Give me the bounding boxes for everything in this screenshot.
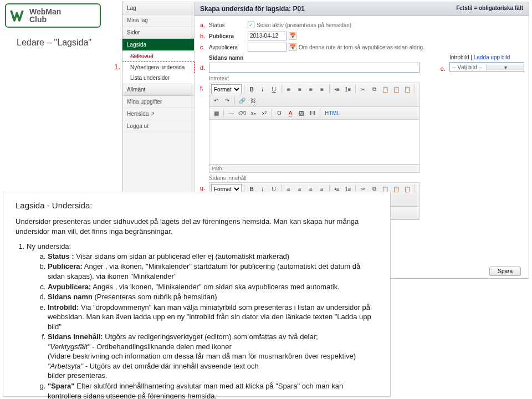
introtext-canvas[interactable] [209, 120, 419, 164]
introbild-panel: Introbild | Ladda upp bild -- Välj bild … [449, 54, 524, 72]
align-justify-icon[interactable]: ≡ [317, 84, 327, 94]
chevron-down-icon[interactable]: ▾ [487, 64, 524, 70]
ann-e: e. [441, 65, 446, 72]
italic-icon[interactable]: I [258, 84, 268, 94]
help-title: Lagsida - Undersida: [16, 200, 378, 211]
label-publicera: Publicera [209, 33, 248, 39]
label-status: Status [209, 22, 248, 28]
required-note: Fetstil = obligatoriska fält [456, 5, 523, 11]
logo-line1: WebMan [29, 8, 61, 16]
sidebar-group-allmant: Allmänt [122, 84, 194, 96]
format-select[interactable]: Format [211, 84, 242, 94]
introbild-value: -- Välj bild -- [450, 64, 487, 70]
sub-icon[interactable]: x₂ [248, 108, 258, 118]
avpublicera-date[interactable] [248, 43, 287, 52]
paste-text-icon[interactable]: 📋 [391, 184, 401, 194]
label-introtext: Introtext [209, 75, 523, 81]
char-icon[interactable]: Ω [274, 108, 284, 118]
sidebar-sub-sidhuvud[interactable]: Sidhuvud [122, 51, 194, 62]
media-icon[interactable]: 🎞 [308, 108, 318, 118]
align-right-icon[interactable]: ≡ [306, 84, 316, 94]
image-icon[interactable]: 🖼 [296, 108, 306, 118]
ann-c: c. [200, 44, 209, 50]
logo: WebMan Club [5, 3, 101, 28]
help-intro: Undersidor presenteras under sidhuvudet … [16, 217, 378, 236]
introtext-editor: Format B I U ≡ ≡ ≡ ≡ •≡ 1≡ ✂ [209, 83, 420, 173]
status-desc: Sidan aktiv (presenteras på hemsidan) [257, 22, 351, 28]
help-e: Introbild: Via "dropdownmenyn" kan man v… [48, 303, 378, 332]
calendar-icon[interactable]: 📅 [289, 32, 296, 40]
help-li1: Ny undersida: Status : Status : Visar si… [27, 242, 378, 399]
clear-icon[interactable]: ⌫ [237, 108, 247, 118]
unlink-icon[interactable]: ⛓ [248, 95, 258, 105]
publicera-date[interactable]: 2013-04-12 [248, 32, 287, 40]
bold-icon[interactable]: B [247, 84, 257, 94]
sidebar-item-hemsida[interactable]: Hemsida ↗ [122, 108, 194, 120]
sidans-namn-input[interactable] [209, 63, 420, 73]
calendar-icon[interactable]: 📅 [289, 43, 296, 51]
align-center-icon[interactable]: ≡ [295, 84, 305, 94]
introbild-select[interactable]: -- Välj bild -- ▾ [449, 62, 524, 72]
editor-toolbar: Format B I U ≡ ≡ ≡ ≡ •≡ 1≡ ✂ [209, 83, 419, 107]
paste-icon[interactable]: 📋 [380, 84, 390, 94]
logo-line2: Club [29, 16, 61, 23]
introbild-label: Introbild | Ladda upp bild [449, 54, 524, 60]
ann-b: b. [200, 33, 209, 39]
sidebar-item-logga-ut[interactable]: Logga ut [122, 120, 194, 132]
save-area: Spara [489, 267, 521, 276]
sidebar-group-lag: Lag [122, 2, 194, 14]
help-f: Sidans innehåll: Utgörs av redigeringsve… [48, 332, 378, 381]
page-title: Skapa undersida för lagsida: P01 [200, 5, 305, 13]
row-status: a. Status ✓ Sidan aktiv (presenteras på … [200, 19, 523, 30]
hr-icon[interactable]: — [226, 108, 236, 118]
sidebar-item-mina-uppgifter[interactable]: Mina uppgifter [122, 96, 194, 108]
underline-icon[interactable]: U [269, 84, 279, 94]
help-a: Status : Status : Visar sidans om sidan … [48, 252, 378, 262]
label-avpublicera: Avpublicera [209, 44, 248, 50]
sidebar-group-sidor: Sidor [122, 27, 194, 39]
cut-icon[interactable]: ✂ [358, 84, 368, 94]
save-button[interactable]: Spara [489, 267, 521, 276]
help-d: Sidans namn (Presenteras som rubrik på h… [48, 292, 378, 302]
help-box: Lagsida - Undersida: Undersidor presente… [3, 192, 391, 397]
sidebar-sub-ny-undersida[interactable]: Ny/redigera undersida [122, 62, 195, 73]
html-button[interactable]: HTML [323, 108, 342, 118]
sup-icon[interactable]: x² [259, 108, 269, 118]
editor-path: Path: [209, 164, 419, 172]
ann-d: d. [200, 64, 209, 71]
help-g: "Spara" Efter slutförd innehållhantering… [48, 381, 378, 399]
help-c: Avpublicera: Anges , via ikonen, "Minika… [48, 282, 378, 292]
row-publicera: b. Publicera 2013-04-12 📅 [200, 30, 523, 42]
avpublicera-desc: Om denna ruta är tom så avpubliceras sid… [299, 44, 424, 50]
sidebar-item-mina-lag[interactable]: Mina lag [122, 14, 194, 27]
table-icon[interactable]: ▦ [211, 108, 221, 118]
introbild-pre: Introbild | [449, 54, 474, 60]
color-icon[interactable]: A [285, 108, 295, 118]
editor-toolbar-2: ▦ — ⌫ x₂ x² Ω A 🖼 🎞 HTML [209, 107, 419, 120]
sidebar-sub-lista-undersidor[interactable]: Lista undersidor [122, 73, 194, 84]
ol-icon[interactable]: 1≡ [343, 84, 353, 94]
row-avpublicera: c. Avpublicera 📅 Om denna ruta är tom så… [200, 42, 523, 53]
align-left-icon[interactable]: ≡ [284, 84, 294, 94]
ul-icon[interactable]: •≡ [332, 84, 342, 94]
status-checkbox[interactable]: ✓ [248, 22, 254, 28]
help-b: Publicera: Anger , via ikonen, "Minikale… [48, 262, 378, 281]
ann-a: a. [200, 22, 209, 28]
label-sidans-innehall: Sidans innehåll [209, 175, 523, 181]
slide-title: Ledare – "Lagsida" [17, 38, 91, 48]
page-header: Skapa undersida för lagsida: P01 Fetstil… [195, 2, 529, 16]
ann-f: f. [200, 83, 209, 173]
paste-word-icon[interactable]: 📋 [402, 84, 412, 94]
paste-word-icon[interactable]: 📋 [402, 184, 412, 194]
logo-icon [9, 7, 26, 24]
sidebar-item-lagsida[interactable]: Lagsida [122, 39, 194, 51]
redo-icon[interactable]: ↷ [222, 95, 232, 105]
copy-icon[interactable]: ⧉ [369, 84, 379, 94]
paste-text-icon[interactable]: 📋 [391, 84, 401, 94]
link-icon[interactable]: 🔗 [237, 95, 247, 105]
annotation-1: 1. [114, 63, 120, 71]
undo-icon[interactable]: ↶ [211, 95, 221, 105]
ladda-upp-bild-link[interactable]: Ladda upp bild [474, 54, 510, 60]
